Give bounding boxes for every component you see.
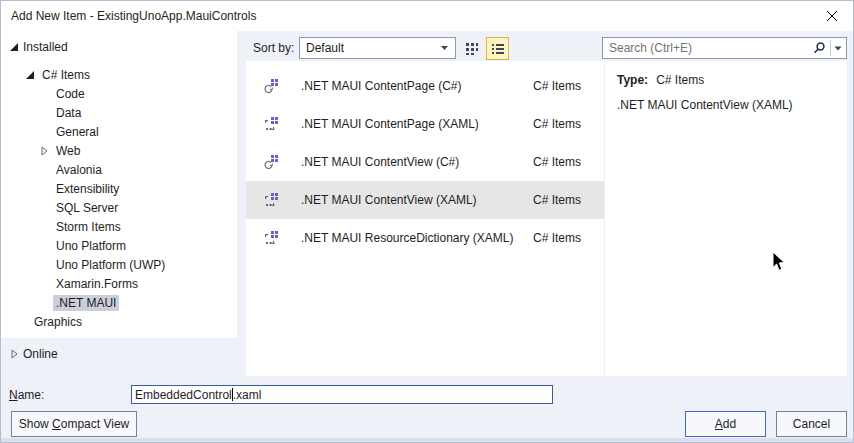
template-category: C# Items: [533, 79, 581, 93]
template-name: .NET MAUI ContentView (C#): [301, 155, 459, 169]
tree-item-installed[interactable]: Installed: [1, 37, 237, 57]
name-label: Name:: [9, 388, 44, 402]
maui-template-icon: [263, 192, 279, 208]
tree-item-label: Uno Platform: [53, 238, 129, 254]
tree-item-online[interactable]: Online: [9, 344, 58, 363]
search-placeholder: Search (Ctrl+E): [609, 41, 692, 55]
tree-item[interactable]: .NET MAUI: [1, 293, 237, 312]
expander-icon[interactable]: [39, 146, 53, 156]
tree-item-label: .NET MAUI: [53, 295, 119, 311]
tree-item-label: Extensibility: [53, 181, 122, 197]
close-icon: [826, 10, 838, 22]
maui-template-icon: [263, 116, 279, 132]
show-compact-view-label: Show Compact View: [19, 417, 130, 431]
tree-item[interactable]: Data: [1, 103, 237, 122]
template-name: .NET MAUI ContentView (XAML): [301, 193, 477, 207]
tree-item-label: Avalonia: [53, 162, 105, 178]
expander-icon[interactable]: [25, 70, 39, 80]
tree-item[interactable]: Extensibility: [1, 179, 237, 198]
dialog-bottom-edge: [1, 438, 853, 442]
search-divider: [830, 40, 831, 56]
template-name: .NET MAUI ResourceDictionary (XAML): [301, 231, 514, 245]
small-icons-view-icon: [465, 42, 479, 56]
template-category: C# Items: [533, 193, 581, 207]
template-name: .NET MAUI ContentPage (XAML): [301, 117, 479, 131]
tree-item[interactable]: Xamarin.Forms: [1, 274, 237, 293]
template-list-item[interactable]: .NET MAUI ContentView (XAML) C# Items: [246, 181, 604, 219]
maui-template-icon: [263, 78, 279, 94]
type-label: Type:: [617, 73, 648, 87]
tree-item-label: Installed: [23, 40, 68, 54]
name-value-before-caret: EmbeddedControl: [135, 388, 232, 402]
template-list-item[interactable]: .NET MAUI ContentPage (C#) C# Items: [246, 67, 604, 105]
cancel-button-label: Cancel: [793, 417, 830, 431]
tree-item[interactable]: C# Items: [1, 65, 237, 84]
template-list-item[interactable]: .NET MAUI ResourceDictionary (XAML) C# I…: [246, 219, 604, 257]
template-category: C# Items: [533, 231, 581, 245]
sort-by-value: Default: [306, 41, 344, 55]
tree-item-label: SQL Server: [53, 200, 121, 216]
tree-item-label: Online: [23, 347, 58, 361]
tree-item-label: Storm Items: [53, 219, 124, 235]
name-input[interactable]: EmbeddedControl.xaml: [131, 385, 553, 404]
tree-item[interactable]: Code: [1, 84, 237, 103]
chevron-down-icon: [440, 45, 449, 51]
template-list: .NET MAUI ContentPage (C#) C# Items: [246, 61, 604, 376]
tree-item-label: Data: [53, 105, 84, 121]
tree-item[interactable]: Storm Items: [1, 217, 237, 236]
template-category: C# Items: [533, 117, 581, 131]
type-value: C# Items: [656, 73, 704, 87]
tree-item-label: General: [53, 124, 102, 140]
add-button-label: Add: [715, 417, 736, 431]
tree-item-label: Xamarin.Forms: [53, 276, 141, 292]
dialog-title: Add New Item - ExistingUnoApp.MauiContro…: [11, 9, 256, 23]
tree-item-label: Web: [53, 143, 83, 159]
tree-item[interactable]: SQL Server: [1, 198, 237, 217]
title-bar: Add New Item - ExistingUnoApp.MauiContro…: [1, 1, 853, 31]
chevron-down-icon[interactable]: [834, 46, 842, 51]
list-view-button[interactable]: [486, 37, 509, 60]
template-list-item[interactable]: .NET MAUI ContentView (C#) C# Items: [246, 143, 604, 181]
close-button[interactable]: [821, 5, 843, 27]
sort-by-label: Sort by:: [253, 41, 294, 55]
cancel-button[interactable]: Cancel: [776, 411, 847, 437]
tree-item[interactable]: General: [1, 122, 237, 141]
list-view-icon: [491, 42, 505, 56]
template-description: .NET MAUI ContentView (XAML): [617, 98, 847, 112]
tree-item[interactable]: Avalonia: [1, 160, 237, 179]
tree-item-label: Graphics: [31, 314, 85, 330]
template-category-tree: Installed C# Items Code: [1, 31, 237, 338]
template-details-panel: Type: C# Items .NET MAUI ContentView (XA…: [605, 61, 847, 376]
show-compact-view-button[interactable]: Show Compact View: [11, 411, 137, 437]
template-category: C# Items: [533, 155, 581, 169]
name-value-after-caret: .xaml: [233, 388, 262, 402]
mouse-cursor: [772, 251, 786, 272]
maui-template-icon: [263, 154, 279, 170]
add-button[interactable]: Add: [685, 411, 766, 437]
add-new-item-dialog: Add New Item - ExistingUnoApp.MauiContro…: [0, 0, 854, 443]
tree-item-label: C# Items: [39, 67, 93, 83]
maui-template-icon: [263, 230, 279, 246]
expander-expanded-icon[interactable]: [9, 42, 23, 52]
template-list-item[interactable]: .NET MAUI ContentPage (XAML) C# Items: [246, 105, 604, 143]
tree-item[interactable]: Web: [1, 141, 237, 160]
template-name: .NET MAUI ContentPage (C#): [301, 79, 462, 93]
tree-item[interactable]: Uno Platform: [1, 236, 237, 255]
search-icon[interactable]: [812, 41, 826, 55]
sort-by-dropdown[interactable]: Default: [299, 37, 456, 59]
search-input[interactable]: Search (Ctrl+E): [602, 37, 847, 59]
expander-collapsed-icon[interactable]: [9, 349, 23, 359]
tree-item-label: Uno Platform (UWP): [53, 257, 168, 273]
tree-item[interactable]: Uno Platform (UWP): [1, 255, 237, 274]
small-icons-view-button[interactable]: [462, 39, 482, 59]
tree-item-label: Code: [53, 86, 88, 102]
tree-item[interactable]: Graphics: [1, 312, 237, 331]
